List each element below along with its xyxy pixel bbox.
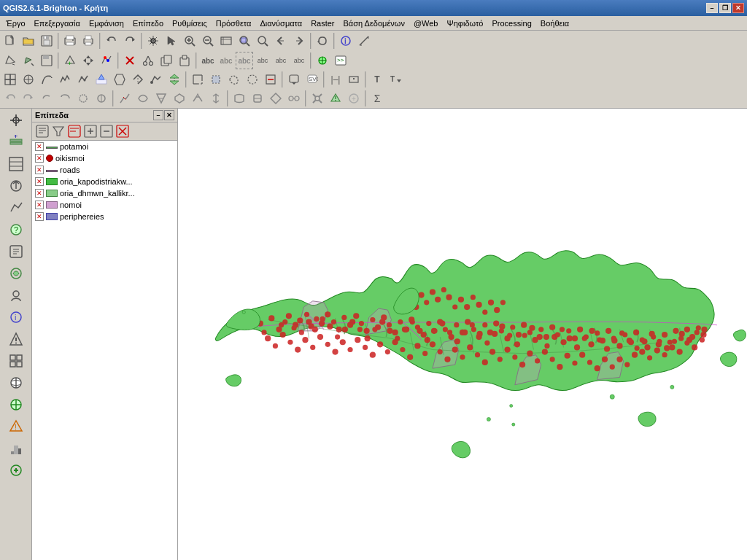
adv-digi-tool-5[interactable]	[152, 90, 170, 107]
adv-digi-tool-12[interactable]	[285, 90, 303, 107]
print-composer-button[interactable]	[61, 32, 79, 50]
layer-item-potamoi[interactable]: ✕ potamoi	[32, 141, 177, 152]
node-tool-button[interactable]	[98, 52, 115, 69]
open-layer-properties-button[interactable]	[35, 124, 50, 139]
layer-visibility-periph[interactable]: ✕	[35, 212, 44, 221]
adv-digi-tool-8[interactable]	[207, 90, 225, 107]
restore-button[interactable]: ❐	[719, 3, 731, 13]
adv-tool-7[interactable]	[111, 71, 128, 88]
measure-area-button[interactable]	[345, 71, 363, 88]
paste-features-button[interactable]	[176, 52, 193, 69]
menu-settings[interactable]: Ρυθμίσεις	[168, 18, 212, 29]
layer-visibility-nomoi[interactable]: ✕	[35, 201, 44, 209]
adv-tool-10[interactable]	[166, 71, 183, 88]
menu-edit[interactable]: Επεξεργασία	[30, 18, 85, 29]
adv-tool-2[interactable]	[20, 71, 37, 88]
layer-item-periph[interactable]: ✕ periphereies	[32, 211, 177, 222]
identify-feature-button[interactable]: i	[337, 32, 355, 50]
adv-digi-tool-14[interactable]	[327, 90, 344, 107]
adv-digi-tool-9[interactable]	[231, 90, 248, 107]
annotate-form-button[interactable]	[285, 71, 303, 88]
left-tool-7[interactable]	[6, 241, 26, 262]
minimize-button[interactable]: –	[706, 3, 718, 13]
layer-visibility-oria-kapo[interactable]: ✕	[35, 177, 44, 186]
measure-button[interactable]	[355, 32, 373, 50]
layer-item-oria-kapo[interactable]: ✕ oria_kapodistriakw...	[32, 176, 177, 187]
adv-tool-5[interactable]	[74, 71, 92, 88]
left-tool-3[interactable]	[6, 154, 26, 174]
current-edits-button[interactable]	[1, 52, 19, 69]
left-tool-add-layer[interactable]	[6, 460, 26, 481]
left-tool-14[interactable]	[6, 394, 26, 415]
run-script-button[interactable]: >>	[332, 52, 349, 69]
left-tool-8[interactable]	[6, 263, 26, 284]
adv-tool-1[interactable]	[1, 71, 19, 88]
select-rect-button[interactable]	[189, 71, 206, 88]
toggle-editing-button[interactable]	[20, 52, 37, 69]
left-tool-4[interactable]	[6, 176, 26, 196]
redo2-button[interactable]	[20, 90, 37, 107]
close-button[interactable]: ✕	[732, 3, 744, 13]
measure-line-button[interactable]: |–|	[327, 71, 344, 88]
menu-plugins[interactable]: Πρόσθετα	[212, 18, 256, 29]
layers-panel-minimize[interactable]: –	[153, 110, 163, 120]
layer-visibility-roads[interactable]: ✕	[35, 166, 44, 174]
layer-visibility-potamoi[interactable]: ✕	[35, 142, 44, 151]
label-abc4-button[interactable]: abc	[254, 52, 271, 69]
select-radius-button[interactable]	[244, 71, 261, 88]
map-canvas[interactable]	[178, 109, 747, 560]
layer-visibility-oria-dhmwn[interactable]: ✕	[35, 189, 44, 198]
menu-processing2[interactable]: Processing	[487, 18, 535, 29]
save-project-button[interactable]	[38, 32, 55, 50]
zoom-next-button[interactable]	[290, 32, 308, 50]
deselect-all-button[interactable]	[262, 71, 279, 88]
layers-panel-close[interactable]: ✕	[164, 110, 174, 120]
new-project-button[interactable]	[1, 32, 19, 50]
filter-layer-button[interactable]	[51, 124, 66, 139]
zoom-layer-button[interactable]	[236, 32, 253, 50]
copy-features-button[interactable]	[158, 52, 175, 69]
annotate-svg-button[interactable]: SVG	[303, 71, 321, 88]
adv-tool-3[interactable]	[38, 71, 55, 88]
adv-digi-tool-6[interactable]	[171, 90, 188, 107]
zoom-in-button[interactable]	[181, 32, 198, 50]
label-abc2-button[interactable]: abc	[217, 52, 235, 69]
open-project-button[interactable]	[20, 32, 37, 50]
menu-raster[interactable]: Raster	[306, 18, 338, 29]
cut-features-button[interactable]	[139, 52, 157, 69]
adv-digi-tool-13[interactable]	[309, 90, 326, 107]
select-feature-button[interactable]	[163, 32, 180, 50]
pan3-button[interactable]	[56, 90, 74, 107]
adv-tool-4[interactable]	[56, 71, 74, 88]
left-tool-16[interactable]	[6, 438, 26, 459]
adv-tool-9[interactable]	[147, 71, 165, 88]
left-tool-12[interactable]	[6, 351, 26, 371]
undo2-button[interactable]	[1, 90, 19, 107]
undo-button[interactable]	[103, 32, 120, 50]
filter-by-expression-button[interactable]	[67, 124, 82, 139]
redo-button[interactable]	[121, 32, 139, 50]
menu-vector[interactable]: Διανύσματα	[255, 18, 306, 29]
zoom-last-button[interactable]	[272, 32, 290, 50]
adv-digi-tool-3[interactable]	[116, 90, 133, 107]
left-tool-6[interactable]: ?	[6, 219, 26, 240]
refresh-button[interactable]	[314, 32, 331, 50]
menu-help[interactable]: Βοήθεια	[536, 18, 573, 29]
label-abc3-button[interactable]: abc	[236, 52, 253, 69]
zoom-full-button[interactable]	[217, 32, 235, 50]
layer-item-oria-dhmwn[interactable]: ✕ oria_dhmwn_kallikr...	[32, 187, 177, 199]
left-tool-9[interactable]	[6, 285, 26, 306]
text-annotation-button[interactable]: T	[368, 71, 386, 88]
adv-digi-tool-2[interactable]	[93, 90, 110, 107]
menu-file[interactable]: Έργο	[1, 18, 30, 29]
left-tool-15[interactable]: !	[6, 416, 26, 437]
adv-digi-tool-15[interactable]: +	[345, 90, 363, 107]
pan2-button[interactable]	[38, 90, 55, 107]
left-tool-5[interactable]	[6, 198, 26, 218]
adv-digi-tool-11[interactable]	[267, 90, 285, 107]
move-feature-button[interactable]	[80, 52, 97, 69]
text-annotation-arrow-button[interactable]: T	[387, 71, 404, 88]
print-button[interactable]	[80, 32, 97, 50]
adv-digi-tool-1[interactable]	[74, 90, 92, 107]
menu-web[interactable]: @Web	[409, 18, 443, 29]
